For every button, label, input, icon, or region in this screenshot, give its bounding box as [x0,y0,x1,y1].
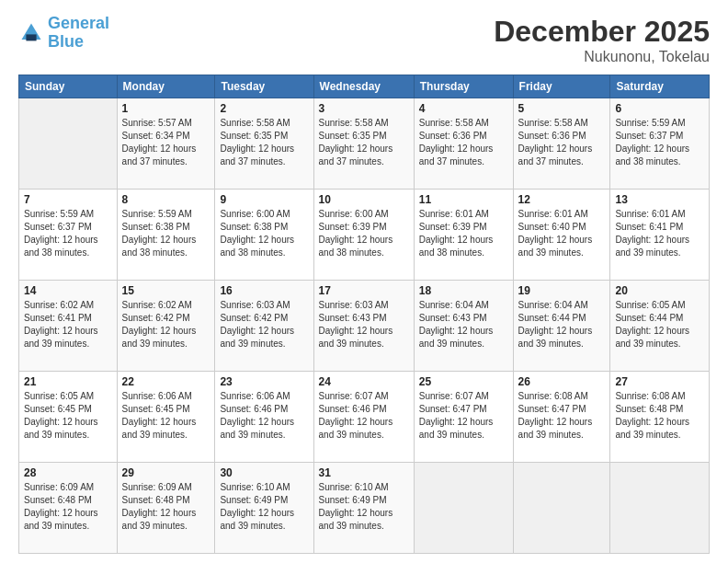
day-info: Sunrise: 6:02 AMSunset: 6:42 PMDaylight:… [122,299,210,350]
table-row [610,463,710,554]
day-number: 25 [419,375,508,388]
day-info: Sunrise: 6:08 AMSunset: 6:47 PMDaylight:… [518,390,606,442]
day-number: 18 [419,284,508,297]
logo: General Blue [18,15,109,52]
day-number: 11 [419,193,508,206]
day-info: Sunrise: 6:01 AMSunset: 6:41 PMDaylight:… [615,208,704,259]
day-info: Sunrise: 6:04 AMSunset: 6:43 PMDaylight:… [419,299,508,350]
table-row: 16Sunrise: 6:03 AMSunset: 6:42 PMDayligh… [215,281,313,372]
calendar-subtitle: Nukunonu, Tokelau [494,49,710,65]
day-number: 27 [615,375,704,388]
table-row: 8Sunrise: 5:59 AMSunset: 6:38 PMDaylight… [117,190,215,281]
day-number: 23 [220,375,308,388]
table-row: 13Sunrise: 6:01 AMSunset: 6:41 PMDayligh… [610,190,710,281]
day-info: Sunrise: 6:03 AMSunset: 6:43 PMDaylight:… [319,299,409,350]
calendar-week-row: 14Sunrise: 6:02 AMSunset: 6:41 PMDayligh… [19,281,710,372]
day-info: Sunrise: 6:09 AMSunset: 6:48 PMDaylight:… [122,481,210,533]
day-info: Sunrise: 5:58 AMSunset: 6:35 PMDaylight:… [319,117,409,168]
day-info: Sunrise: 6:10 AMSunset: 6:49 PMDaylight:… [220,481,308,533]
title-block: December 2025 Nukunonu, Tokelau [494,15,710,65]
day-number: 12 [518,193,606,206]
calendar-week-row: 28Sunrise: 6:09 AMSunset: 6:48 PMDayligh… [19,463,710,554]
header: General Blue December 2025 Nukunonu, Tok… [18,15,710,65]
day-info: Sunrise: 6:02 AMSunset: 6:41 PMDaylight:… [24,299,112,350]
day-info: Sunrise: 6:06 AMSunset: 6:46 PMDaylight:… [220,390,308,442]
table-row [414,463,513,554]
day-number: 4 [419,102,508,115]
day-number: 1 [122,102,210,115]
day-number: 9 [220,193,308,206]
table-row: 22Sunrise: 6:06 AMSunset: 6:45 PMDayligh… [117,372,215,463]
day-info: Sunrise: 6:10 AMSunset: 6:49 PMDaylight:… [319,481,409,533]
day-info: Sunrise: 5:57 AMSunset: 6:34 PMDaylight:… [122,117,210,168]
day-number: 2 [220,102,308,115]
day-info: Sunrise: 5:59 AMSunset: 6:38 PMDaylight:… [122,208,210,259]
day-number: 21 [24,375,112,388]
table-row: 1Sunrise: 5:57 AMSunset: 6:34 PMDaylight… [117,98,215,190]
day-info: Sunrise: 6:01 AMSunset: 6:40 PMDaylight:… [518,208,606,259]
col-tuesday: Tuesday [215,75,313,98]
table-row: 29Sunrise: 6:09 AMSunset: 6:48 PMDayligh… [117,463,215,554]
day-info: Sunrise: 6:09 AMSunset: 6:48 PMDaylight:… [24,481,112,533]
day-number: 14 [24,284,112,297]
table-row: 17Sunrise: 6:03 AMSunset: 6:43 PMDayligh… [313,281,414,372]
logo-line2: Blue [48,32,84,51]
day-number: 24 [319,375,409,388]
table-row: 4Sunrise: 5:58 AMSunset: 6:36 PMDaylight… [414,98,513,190]
table-row: 18Sunrise: 6:04 AMSunset: 6:43 PMDayligh… [414,281,513,372]
day-number: 19 [518,284,606,297]
day-info: Sunrise: 6:00 AMSunset: 6:38 PMDaylight:… [220,208,308,259]
col-sunday: Sunday [19,75,118,98]
day-number: 13 [615,193,704,206]
logo-text: General Blue [48,15,109,52]
day-info: Sunrise: 6:04 AMSunset: 6:44 PMDaylight:… [518,299,606,350]
day-number: 16 [220,284,308,297]
table-row: 23Sunrise: 6:06 AMSunset: 6:46 PMDayligh… [215,372,313,463]
day-info: Sunrise: 6:00 AMSunset: 6:39 PMDaylight:… [319,208,409,259]
calendar-title: December 2025 [494,15,710,49]
day-number: 15 [122,284,210,297]
calendar-week-row: 1Sunrise: 5:57 AMSunset: 6:34 PMDaylight… [19,98,710,190]
table-row: 21Sunrise: 6:05 AMSunset: 6:45 PMDayligh… [19,372,118,463]
day-info: Sunrise: 6:08 AMSunset: 6:48 PMDaylight:… [615,390,704,442]
calendar-table: Sunday Monday Tuesday Wednesday Thursday… [18,75,710,554]
day-number: 29 [122,466,210,479]
table-row: 26Sunrise: 6:08 AMSunset: 6:47 PMDayligh… [513,372,610,463]
table-row: 15Sunrise: 6:02 AMSunset: 6:42 PMDayligh… [117,281,215,372]
svg-rect-1 [26,34,36,40]
day-number: 17 [319,284,409,297]
day-info: Sunrise: 5:58 AMSunset: 6:36 PMDaylight:… [419,117,508,168]
day-info: Sunrise: 6:05 AMSunset: 6:44 PMDaylight:… [615,299,704,350]
col-friday: Friday [513,75,610,98]
day-info: Sunrise: 5:59 AMSunset: 6:37 PMDaylight:… [24,208,112,259]
day-info: Sunrise: 5:58 AMSunset: 6:36 PMDaylight:… [518,117,606,168]
day-number: 26 [518,375,606,388]
table-row [513,463,610,554]
day-info: Sunrise: 5:58 AMSunset: 6:35 PMDaylight:… [220,117,308,168]
page: General Blue December 2025 Nukunonu, Tok… [0,0,728,563]
day-info: Sunrise: 6:07 AMSunset: 6:46 PMDaylight:… [319,390,409,442]
col-saturday: Saturday [610,75,710,98]
table-row: 14Sunrise: 6:02 AMSunset: 6:41 PMDayligh… [19,281,118,372]
day-number: 6 [615,102,704,115]
day-info: Sunrise: 5:59 AMSunset: 6:37 PMDaylight:… [615,117,704,168]
table-row: 9Sunrise: 6:00 AMSunset: 6:38 PMDaylight… [215,190,313,281]
day-info: Sunrise: 6:01 AMSunset: 6:39 PMDaylight:… [419,208,508,259]
table-row: 24Sunrise: 6:07 AMSunset: 6:46 PMDayligh… [313,372,414,463]
table-row: 27Sunrise: 6:08 AMSunset: 6:48 PMDayligh… [610,372,710,463]
table-row: 3Sunrise: 5:58 AMSunset: 6:35 PMDaylight… [313,98,414,190]
col-wednesday: Wednesday [313,75,414,98]
col-thursday: Thursday [414,75,513,98]
day-number: 3 [319,102,409,115]
table-row: 25Sunrise: 6:07 AMSunset: 6:47 PMDayligh… [414,372,513,463]
table-row: 28Sunrise: 6:09 AMSunset: 6:48 PMDayligh… [19,463,118,554]
table-row: 2Sunrise: 5:58 AMSunset: 6:35 PMDaylight… [215,98,313,190]
table-row: 7Sunrise: 5:59 AMSunset: 6:37 PMDaylight… [19,190,118,281]
table-row [19,98,118,190]
day-info: Sunrise: 6:06 AMSunset: 6:45 PMDaylight:… [122,390,210,442]
day-number: 5 [518,102,606,115]
day-number: 31 [319,466,409,479]
day-number: 30 [220,466,308,479]
day-number: 20 [615,284,704,297]
day-number: 22 [122,375,210,388]
